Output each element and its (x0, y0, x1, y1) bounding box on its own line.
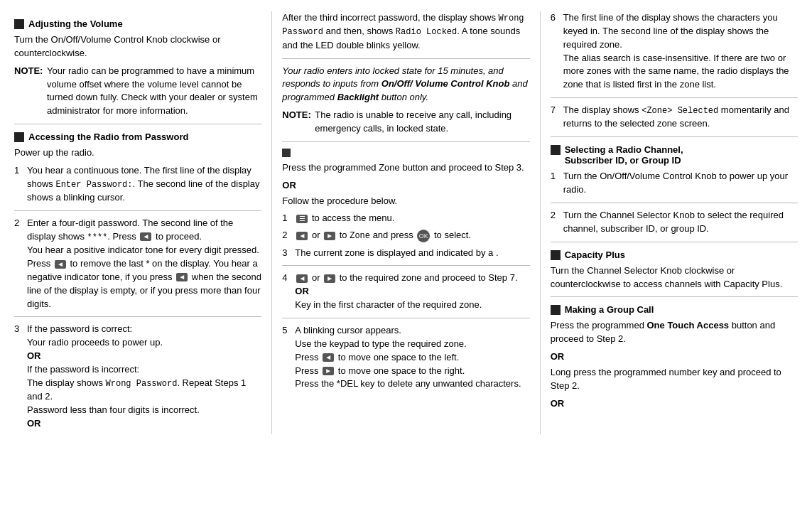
back-icon-3: ◄ (176, 273, 188, 281)
divider (282, 318, 529, 318)
step-1: 1 You hear a continuous tone. The first … (14, 164, 261, 205)
step-2: 2 Enter a four-digit password. The secon… (14, 217, 261, 311)
column-1: Adjusting the Volume Turn the On/Off/Vol… (14, 11, 272, 434)
small-bullet (282, 149, 291, 157)
sub-step-num-1: 1 (282, 212, 295, 225)
sub-step-num-3: 3 (282, 247, 295, 260)
step-num-6: 6 (551, 11, 563, 92)
sub-step-4-body: ◄ or ► to the required zone and proceed … (295, 272, 529, 312)
or-line-zone: OR (282, 179, 529, 193)
channel-step-num-1: 1 (551, 170, 563, 197)
back-icon: ◄ (140, 232, 151, 241)
follow-procedure: Follow the procedure below. (282, 195, 529, 208)
group-call-title: Making a Group Call (565, 304, 654, 315)
sub-step-num-2: 2 (282, 229, 295, 242)
step-num-1: 1 (14, 164, 27, 205)
zone-sub-steps: 1 ☰ to access the menu. 2 ◄ or ► to Zone… (282, 212, 529, 391)
column-2: After the third incorrect password, the … (272, 11, 540, 434)
step-7: 7 The display shows <Zone> Selected mome… (551, 104, 798, 131)
step-2-body: Enter a four-digit password. The second … (27, 217, 261, 311)
step-num-3: 3 (14, 323, 27, 430)
ok-button: OK (417, 230, 430, 242)
wrong-password-code: Wrong Password (106, 379, 178, 389)
section-bullet (14, 132, 24, 142)
sub-step-3-body: The current zone is displayed and indica… (295, 247, 529, 260)
left-arrow-icon: ◄ (296, 232, 308, 240)
step-7-body: The display shows <Zone> Selected moment… (563, 104, 798, 131)
col3-steps: 6 The first line of the display shows th… (551, 11, 798, 131)
step-3-body: If the password is correct: Your radio p… (27, 323, 261, 430)
section-bullet-4 (551, 305, 561, 315)
sub-step-1-body: ☰ to access the menu. (295, 212, 529, 225)
divider (551, 296, 798, 297)
sub-step-num-5: 5 (282, 324, 295, 391)
sub-step-5-body: A blinking cursor appears. Use the keypa… (295, 324, 529, 391)
step-6: 6 The first line of the display shows th… (551, 11, 798, 92)
zone-selected-code: <Zone> Selected (642, 106, 718, 116)
select-channel-header: Selecting a Radio Channel, Subscriber ID… (551, 144, 798, 166)
channel-step-1: 1 Turn the On/Off/Volume Control Knob to… (551, 170, 798, 197)
after-third-block: After the third incorrect password, the … (282, 11, 529, 53)
asterisks-code: **** (87, 232, 108, 242)
note-label: NOTE: (14, 65, 44, 118)
note-block-2: NOTE: The radio is unable to receive any… (282, 109, 529, 136)
sub-step-4: 4 ◄ or ► to the required zone and procee… (282, 272, 529, 312)
capacity-plus-text: Turn the Channel Selector Knob clockwise… (551, 264, 798, 291)
select-channel-title-line2: Subscriber ID, or Group ID (565, 155, 681, 166)
group-call-text1: Press the programmed One Touch Access bu… (551, 319, 798, 346)
step-6-body: The first line of the display shows the … (563, 11, 798, 92)
column-3: 6 The first line of the display shows th… (541, 11, 798, 434)
sub-step-3: 3 The current zone is displayed and indi… (282, 247, 529, 260)
channel-step-num-2: 2 (551, 209, 563, 236)
radio-locked-code: Radio Locked (396, 27, 457, 37)
back-icon-2: ◄ (55, 260, 66, 269)
password-section-header: Accessing the Radio from Password (14, 131, 261, 142)
channel-steps: 1 Turn the On/Off/Volume Control Knob to… (551, 170, 798, 235)
adjusting-volume-intro: Turn the On/Off/Volume Control Knob cloc… (14, 33, 261, 60)
channel-step-2-body: Turn the Channel Selector Knob to select… (563, 209, 798, 236)
left-icon-5: ◄ (323, 353, 334, 362)
adjusting-volume-header: Adjusting the Volume (14, 18, 261, 29)
password-steps: 1 You hear a continuous tone. The first … (14, 164, 261, 431)
select-channel-title: Selecting a Radio Channel, Subscriber ID… (565, 144, 683, 166)
select-channel-title-line1: Selecting a Radio Channel, (565, 144, 683, 155)
sub-step-1: 1 ☰ to access the menu. (282, 212, 529, 225)
bold-on-off: On/Off/ Volume Control Knob (381, 78, 510, 89)
divider (282, 265, 529, 266)
capacity-plus-header: Capacity Plus (551, 249, 798, 260)
group-call-text2: Long press the programmed number key and… (551, 366, 798, 393)
right-arrow-icon: ► (324, 232, 335, 240)
step-num-7: 7 (551, 104, 563, 131)
or-line-4: OR (295, 286, 309, 296)
divider (551, 242, 798, 242)
note-label-2: NOTE: (282, 109, 312, 136)
note-block: NOTE: Your radio can be programmed to ha… (14, 65, 261, 118)
right-icon-5: ► (323, 367, 334, 375)
zone-bullet-block (282, 148, 529, 157)
channel-step-1-body: Turn the On/Off/Volume Control Knob to p… (563, 170, 798, 197)
sub-step-num-4: 4 (282, 272, 295, 312)
section-bullet (14, 19, 24, 29)
group-call-header: Making a Group Call (551, 304, 798, 315)
or-line: OR (27, 350, 41, 361)
or-line-2: OR (27, 418, 41, 429)
divider (14, 210, 261, 211)
sub-step-2: 2 ◄ or ► to Zone and press OK to select. (282, 229, 529, 242)
channel-step-2: 2 Turn the Channel Selector Knob to sele… (551, 209, 798, 236)
step-num-2: 2 (14, 217, 27, 311)
adjusting-volume-title: Adjusting the Volume (28, 18, 123, 29)
left-icon-4: ◄ (296, 274, 308, 283)
step-1-body: You hear a continuous tone. The first li… (27, 164, 261, 205)
group-call-or1: OR (551, 350, 798, 364)
enter-password-code: Enter Password: (55, 180, 132, 190)
right-icon-4: ► (324, 274, 335, 283)
note-text-2: The radio is unable to receive any call,… (315, 109, 529, 136)
divider (551, 203, 798, 203)
bold-backlight: Backlight (337, 92, 379, 102)
step-3: 3 If the password is correct: Your radio… (14, 323, 261, 430)
divider (14, 316, 261, 317)
divider (551, 136, 798, 137)
sub-step-2-body: ◄ or ► to Zone and press OK to select. (295, 229, 529, 242)
password-section-title: Accessing the Radio from Password (28, 131, 188, 142)
password-intro: Power up the radio. (14, 146, 261, 160)
